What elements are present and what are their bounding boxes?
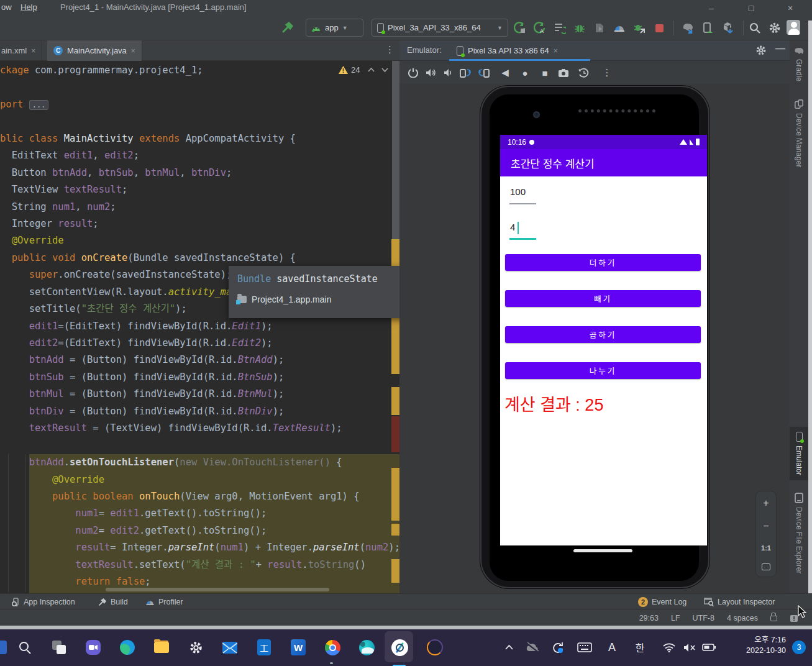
tray-volume-muted-icon[interactable] bbox=[682, 639, 698, 656]
close-button[interactable]: × bbox=[780, 1, 801, 14]
menu-help[interactable]: Help bbox=[21, 2, 37, 12]
tab-main-xml[interactable]: ain.xml × bbox=[0, 40, 42, 61]
readonly-lock-icon[interactable] bbox=[770, 616, 777, 621]
task-view-icon[interactable] bbox=[50, 639, 68, 656]
calc-button-3[interactable]: 나누기 bbox=[505, 362, 701, 379]
zoom-in-button[interactable]: + bbox=[763, 498, 769, 509]
hide-panel-icon[interactable]: — bbox=[775, 43, 785, 54]
calc-button-2[interactable]: 곱하기 bbox=[505, 326, 701, 343]
debug-button[interactable] bbox=[573, 21, 586, 35]
editor-options-kebab-icon[interactable]: ⋮ bbox=[385, 44, 395, 55]
tray-battery-icon[interactable] bbox=[701, 639, 717, 656]
sidebar-item-device-file-explorer[interactable]: Device File Explorer bbox=[790, 493, 808, 573]
chat-icon[interactable] bbox=[84, 639, 102, 656]
notifications-icon[interactable] bbox=[790, 614, 798, 623]
editor-hscrollbar[interactable] bbox=[106, 588, 329, 591]
file-encoding[interactable]: UTF-8 bbox=[693, 614, 714, 623]
input-field-1[interactable]: 100 bbox=[510, 186, 526, 197]
edge-browser-icon[interactable] bbox=[119, 639, 136, 656]
stop-button[interactable] bbox=[652, 21, 666, 35]
zoom-reset-button[interactable]: 1:1 bbox=[761, 544, 771, 552]
more-options-kebab-icon[interactable]: ⋮ bbox=[600, 65, 614, 80]
settings-gear-icon[interactable] bbox=[187, 639, 204, 656]
hangul-doc-icon[interactable]: 工 bbox=[255, 639, 273, 656]
mail-icon[interactable] bbox=[221, 639, 239, 656]
snapshots-icon[interactable] bbox=[576, 65, 591, 80]
tray-ime-korean[interactable]: 한 bbox=[632, 639, 648, 656]
run-config-dropdown[interactable]: app ▼ bbox=[306, 19, 363, 37]
word-icon[interactable]: W bbox=[290, 639, 307, 656]
calc-button-1[interactable]: 빼기 bbox=[505, 290, 701, 307]
notification-badge[interactable]: 3 bbox=[792, 641, 806, 654]
file-explorer-icon[interactable] bbox=[153, 639, 170, 656]
inspections-widget[interactable]: 24 bbox=[339, 65, 388, 75]
volume-up-icon[interactable] bbox=[423, 65, 438, 80]
power-icon[interactable] bbox=[406, 65, 421, 80]
device-dropdown[interactable]: Pixel_3a_API_33_x86_64 ▼ bbox=[372, 19, 508, 37]
taskbar-search-icon[interactable] bbox=[16, 639, 34, 656]
toolwindow-profiler[interactable]: Profiler bbox=[145, 594, 183, 610]
rotate-left-icon[interactable] bbox=[458, 65, 473, 80]
layout-inspector-button[interactable]: Layout Inspector bbox=[704, 594, 775, 610]
rotate-right-icon[interactable] bbox=[477, 65, 491, 80]
close-icon[interactable]: × bbox=[554, 47, 558, 55]
apply-changes-button[interactable]: A bbox=[533, 21, 547, 35]
tray-ime-english[interactable]: A bbox=[604, 639, 620, 656]
eclipse-icon[interactable] bbox=[426, 639, 444, 656]
fit-screen-icon[interactable] bbox=[762, 563, 770, 570]
gradle-sync-icon[interactable] bbox=[681, 21, 695, 35]
device-manager-icon[interactable] bbox=[701, 21, 714, 35]
tray-wifi-icon[interactable] bbox=[661, 639, 677, 656]
tray-clock[interactable]: 오후 7:16 2022-10-30 bbox=[746, 635, 786, 656]
apply-code-changes-button[interactable] bbox=[553, 21, 567, 35]
run-button[interactable] bbox=[513, 21, 527, 35]
volume-down-icon[interactable] bbox=[440, 65, 455, 80]
indent-setting[interactable]: 4 spaces bbox=[727, 614, 758, 623]
settings-gear-icon[interactable] bbox=[768, 21, 782, 35]
emulator-zoom-panel: + − 1:1 bbox=[755, 491, 777, 577]
search-everywhere-icon[interactable] bbox=[748, 21, 762, 35]
overview-icon[interactable]: ■ bbox=[537, 65, 552, 80]
zoom-out-button[interactable]: − bbox=[763, 521, 769, 532]
start-partial-icon[interactable] bbox=[0, 639, 9, 656]
line-separator[interactable]: LF bbox=[671, 614, 680, 623]
sdk-manager-icon[interactable] bbox=[721, 21, 734, 35]
toolwindow-build[interactable]: Build bbox=[98, 594, 128, 610]
whale-browser-icon[interactable] bbox=[358, 639, 375, 656]
build-hammer-icon[interactable] bbox=[281, 21, 294, 35]
sidebar-item-device-manager[interactable]: Device Manager bbox=[790, 99, 808, 167]
user-avatar[interactable] bbox=[787, 21, 800, 34]
gesture-bar[interactable] bbox=[573, 549, 632, 552]
close-icon[interactable]: × bbox=[31, 47, 35, 55]
menu-window-partial[interactable]: ow bbox=[1, 2, 12, 12]
emulator-settings-gear-icon[interactable] bbox=[755, 45, 767, 56]
home-icon[interactable]: ● bbox=[518, 65, 532, 80]
code-editor[interactable]: ckage com.programmermay.project4_1;port … bbox=[0, 61, 399, 593]
back-icon[interactable]: ◀ bbox=[498, 65, 513, 80]
tab-mainactivity-java[interactable]: C MainActivity.java × bbox=[47, 40, 142, 61]
tray-sync-icon[interactable] bbox=[549, 639, 565, 656]
screenshot-camera-icon[interactable] bbox=[556, 65, 571, 80]
tray-chevron-up-icon[interactable] bbox=[501, 639, 517, 656]
calc-button-0[interactable]: 더하기 bbox=[505, 254, 701, 271]
profiler-button[interactable] bbox=[613, 21, 626, 35]
toolwindow-app-inspection[interactable]: App Inspection bbox=[11, 594, 75, 610]
editor-scrollbar-thumb[interactable] bbox=[392, 61, 399, 239]
android-studio-icon[interactable] bbox=[391, 639, 408, 656]
attach-debugger-icon[interactable] bbox=[593, 21, 606, 35]
input-field-2[interactable]: 4 bbox=[510, 222, 515, 232]
tray-onedrive-icon[interactable] bbox=[524, 639, 541, 656]
sidebar-item-emulator[interactable]: Emulator bbox=[790, 427, 808, 480]
emulator-device-tab[interactable]: Pixel 3a API 33 x86 64 × bbox=[457, 40, 558, 61]
maximize-button[interactable]: □ bbox=[741, 1, 762, 14]
rerun-tests-button[interactable] bbox=[632, 21, 646, 35]
minimize-button[interactable]: – bbox=[701, 1, 722, 14]
caret-position[interactable]: 29:63 bbox=[639, 614, 659, 623]
code-line: num1= edit1.getText().toString(); bbox=[0, 505, 399, 522]
phone-screen[interactable]: 10:16 초간단 정수 계산기 100 4 bbox=[490, 94, 699, 581]
tray-keyboard-icon[interactable] bbox=[577, 639, 593, 656]
sidebar-item-gradle[interactable]: Gradle bbox=[790, 47, 808, 81]
event-log-button[interactable]: 2 Event Log bbox=[638, 594, 687, 610]
close-icon[interactable]: × bbox=[131, 47, 135, 55]
chrome-icon[interactable] bbox=[324, 639, 341, 656]
